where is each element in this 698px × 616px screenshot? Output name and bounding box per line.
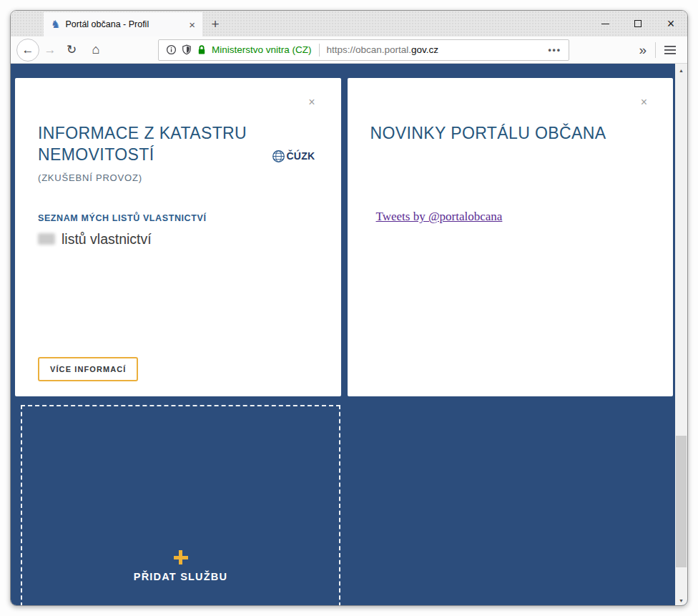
tab-portal-obcana[interactable]: ♞ Portál občana - Profil × (44, 12, 202, 36)
katastr-title-row: INFORMACE Z KATASTRU NEMOVITOSTÍ ČÚZK (38, 122, 318, 166)
katastr-subtitle: (ZKUŠEBNÍ PROVOZ) (38, 172, 318, 183)
window-close-icon: × (667, 17, 675, 30)
widget-row: × INFORMACE Z KATASTRU NEMOVITOSTÍ ČÚZK … (15, 78, 673, 396)
page-info-icon[interactable] (166, 44, 177, 55)
cuzk-globe-icon (272, 150, 285, 163)
news-card-title: NOVINKY PORTÁLU OBČANA (370, 122, 651, 144)
window-controls: × (589, 11, 687, 36)
add-service-dropzone[interactable]: PŘIDAT SLUŽBU (21, 405, 340, 606)
url-domain: gov.cz (411, 44, 438, 55)
window-close-button[interactable]: × (654, 11, 687, 36)
maximize-button[interactable] (621, 11, 654, 36)
add-service-plus-icon (174, 550, 188, 564)
more-info-button[interactable]: VÍCE INFORMACÍ (38, 357, 138, 381)
drag-handle-icon[interactable] (370, 97, 383, 109)
scroll-up-icon[interactable]: ▲ (675, 64, 687, 76)
page-actions-button[interactable]: ••• (548, 45, 561, 55)
url-bar[interactable]: Ministerstvo vnitra (CZ) https://obcan.p… (158, 39, 569, 61)
drag-handle-icon[interactable] (38, 97, 51, 109)
news-widget-card: × NOVINKY PORTÁLU OBČANA Tweets by @port… (348, 78, 674, 396)
tab-title: Portál občana - Profil (65, 19, 182, 29)
katastr-widget-card: × INFORMACE Z KATASTRU NEMOVITOSTÍ ČÚZK … (15, 78, 341, 396)
overflow-menu-button[interactable]: » (639, 42, 647, 58)
scrollbar-thumb[interactable] (676, 436, 687, 567)
page-content: × INFORMACE Z KATASTRU NEMOVITOSTÍ ČÚZK … (11, 64, 687, 606)
katastr-card-header: × (38, 97, 318, 109)
cuzk-logo: ČÚZK (272, 150, 315, 163)
tab-close-icon[interactable]: × (187, 19, 197, 31)
scroll-down-icon[interactable]: ▼ (675, 595, 687, 606)
home-button[interactable]: ⌂ (85, 39, 107, 61)
titlebar-drag-area[interactable] (11, 11, 44, 36)
toolbar-separator (655, 42, 656, 58)
tweets-link[interactable]: Tweets by @portalobcana (376, 210, 503, 224)
back-button[interactable]: ← (16, 39, 39, 62)
katastr-card-title: INFORMACE Z KATASTRU NEMOVITOSTÍ (38, 122, 272, 166)
url-text: https://obcan.portal.gov.cz (327, 44, 439, 55)
minimize-button[interactable] (589, 11, 621, 36)
maximize-icon (634, 20, 642, 27)
dashboard: × INFORMACE Z KATASTRU NEMOVITOSTÍ ČÚZK … (11, 64, 675, 606)
forward-button[interactable]: → (39, 39, 61, 61)
navigation-toolbar: ← → ↻ ⌂ Ministerstvo vnitra (CZ) https:/… (11, 36, 687, 64)
favicon-lion-icon: ♞ (51, 19, 60, 30)
news-card-header: × (370, 97, 651, 109)
katastr-close-icon[interactable]: × (308, 97, 315, 108)
ownership-count-line: listů vlastnictví (38, 231, 318, 248)
new-tab-button[interactable]: + (202, 12, 228, 36)
add-service-label: PŘIDAT SLUŽBU (134, 571, 227, 582)
url-prefix: https://obcan.portal. (327, 44, 412, 55)
news-close-icon[interactable]: × (641, 97, 647, 108)
tracking-protection-shield-icon[interactable] (182, 44, 192, 55)
redacted-count-value (38, 233, 55, 245)
minimize-icon (601, 24, 609, 24)
secure-lock-icon[interactable] (197, 44, 207, 56)
reload-button[interactable]: ↻ (61, 39, 82, 61)
vertical-scrollbar[interactable]: ▲ ▼ (675, 64, 687, 606)
site-identity-label[interactable]: Ministerstvo vnitra (CZ) (212, 44, 312, 55)
cuzk-logo-text: ČÚZK (286, 150, 315, 162)
toolbar-right-group: » (639, 42, 682, 58)
hamburger-menu-button[interactable] (664, 45, 676, 55)
identity-separator (319, 44, 320, 57)
titlebar[interactable]: ♞ Portál občana - Profil × + × (11, 11, 687, 36)
browser-window: ♞ Portál občana - Profil × + × ← → ↻ ⌂ M… (10, 10, 688, 606)
ownership-list-heading: SEZNAM MÝCH LISTŮ VLASTNICTVÍ (38, 213, 318, 223)
ownership-count-label: listů vlastnictví (62, 231, 152, 248)
